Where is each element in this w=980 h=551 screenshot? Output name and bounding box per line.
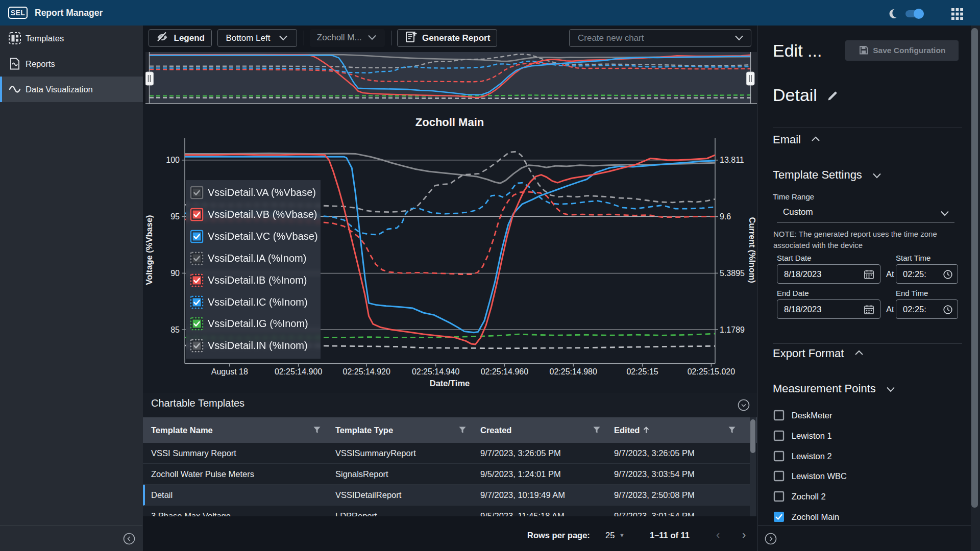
svg-text:02:25:14.960: 02:25:14.960: [481, 367, 529, 376]
svg-text:August 18: August 18: [211, 367, 248, 376]
svg-text:02:25:14.980: 02:25:14.980: [549, 367, 597, 376]
svg-text:90: 90: [170, 269, 180, 278]
svg-text:Zocholl Main: Zocholl Main: [415, 116, 484, 129]
svg-text:02:25:14.900: 02:25:14.900: [275, 367, 323, 376]
svg-text:02:25:15.020: 02:25:15.020: [688, 367, 736, 376]
svg-text:02:25:14.920: 02:25:14.920: [342, 367, 390, 376]
svg-text:Voltage (%Vbase): Voltage (%Vbase): [144, 215, 154, 285]
svg-text:9.6: 9.6: [720, 212, 731, 221]
svg-text:02:25:14.940: 02:25:14.940: [412, 367, 460, 376]
svg-text:02:25:15: 02:25:15: [626, 367, 658, 376]
svg-text:1.1789: 1.1789: [720, 325, 745, 334]
svg-text:95: 95: [170, 212, 180, 221]
svg-text:100: 100: [166, 156, 180, 164]
svg-text:5.3895: 5.3895: [720, 269, 745, 278]
svg-text:85: 85: [170, 325, 180, 334]
svg-text:13.811: 13.811: [720, 156, 744, 164]
svg-text:Date/Time: Date/Time: [430, 379, 470, 388]
svg-text:Current (%Inom): Current (%Inom): [748, 217, 757, 283]
